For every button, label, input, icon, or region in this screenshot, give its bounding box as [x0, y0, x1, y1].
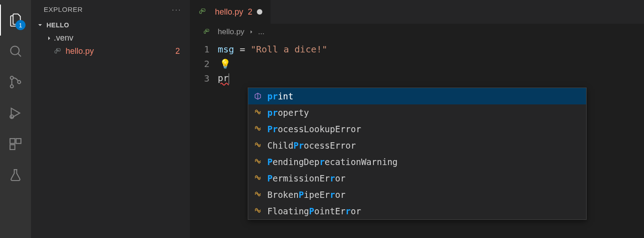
token-operator: =: [234, 44, 250, 55]
breadcrumb-file: hello.py: [218, 27, 245, 36]
sidebar-folder-section: HELLO .venv hello.py 2: [31, 17, 190, 58]
suggest-item[interactable]: FloatingPointError: [248, 203, 586, 219]
class-icon: [253, 174, 263, 182]
suggest-item[interactable]: print: [248, 88, 586, 104]
error-count: 2: [175, 47, 182, 56]
line-number: 1: [190, 44, 218, 55]
svg-point-0: [10, 46, 19, 55]
tree-item-venv[interactable]: .venv: [31, 31, 190, 45]
svg-point-2: [10, 85, 14, 88]
line-content: pr: [218, 72, 229, 84]
tree-item-label: hello.py: [66, 47, 175, 56]
svg-point-3: [18, 81, 21, 84]
suggest-label: property: [267, 108, 309, 118]
python-file-icon: [199, 8, 207, 16]
suggest-label: BrokenPipeError: [267, 190, 346, 200]
tree-item-label: .venv: [54, 33, 182, 43]
tab-hello-py[interactable]: hello.py 2: [190, 0, 271, 24]
class-icon: [253, 158, 263, 166]
run-debug-icon: [8, 106, 23, 120]
class-icon: [253, 191, 263, 199]
source-control-icon: [8, 75, 23, 89]
suggest-label: PermissionError: [267, 173, 346, 183]
line-content: msg = "Roll a dice!": [218, 44, 327, 55]
suggest-item[interactable]: ChildProcessError: [248, 137, 586, 154]
extensions-icon: [8, 137, 23, 151]
token-error: pr: [218, 72, 229, 83]
beaker-icon: [8, 168, 23, 182]
activity-testing[interactable]: [0, 160, 31, 191]
folder-header[interactable]: HELLO: [31, 19, 190, 31]
activity-bar: 1: [0, 0, 31, 238]
suggest-label: ProcessLookupError: [267, 124, 361, 134]
suggest-item[interactable]: property: [248, 104, 586, 121]
explorer-badge: 1: [15, 20, 26, 30]
class-icon: [253, 125, 263, 133]
line-content: 💡: [218, 58, 231, 69]
activity-search[interactable]: [0, 36, 31, 67]
intellisense-popup[interactable]: printpropertyProcessLookupErrorChildProc…: [248, 88, 587, 220]
chevron-down-icon: [36, 21, 44, 29]
chevron-right-icon: [46, 35, 54, 42]
suggest-label: print: [267, 91, 293, 101]
search-icon: [8, 44, 23, 58]
tree-item-hello-py[interactable]: hello.py 2: [31, 45, 190, 58]
activity-run-debug[interactable]: [0, 98, 31, 129]
token-string: "Roll a dice!": [250, 44, 327, 55]
breadcrumbs[interactable]: hello.py ...: [190, 24, 644, 40]
text-cursor: [229, 73, 229, 84]
class-icon: [253, 109, 263, 117]
svg-point-8: [56, 49, 57, 49]
suggest-label: PendingDeprecationWarning: [267, 157, 398, 167]
svg-rect-7: [10, 145, 15, 150]
method-icon: [253, 92, 263, 100]
sidebar-header: EXPLORER ···: [31, 0, 190, 17]
class-icon: [253, 141, 263, 150]
activity-extensions[interactable]: [0, 129, 31, 160]
code-line[interactable]: 3 pr: [190, 71, 644, 86]
svg-point-1: [10, 76, 14, 79]
token-variable: msg: [218, 44, 234, 55]
svg-rect-6: [16, 139, 21, 144]
sidebar: EXPLORER ··· HELLO .venv hello.py: [31, 0, 190, 238]
folder-name: HELLO: [46, 21, 69, 29]
suggest-item[interactable]: PermissionError: [248, 170, 586, 186]
editor-area: hello.py 2 hello.py ... 1 msg = "Roll a …: [190, 0, 644, 238]
breadcrumb-rest: ...: [258, 27, 265, 36]
suggest-item[interactable]: BrokenPipeError: [248, 186, 586, 203]
suggest-label: ChildProcessError: [267, 140, 356, 150]
code-line[interactable]: 2 💡: [190, 57, 644, 71]
svg-rect-5: [10, 139, 15, 144]
dirty-indicator-icon: [257, 9, 262, 15]
code-line[interactable]: 1 msg = "Roll a dice!": [190, 42, 644, 57]
suggest-item[interactable]: PendingDeprecationWarning: [248, 154, 586, 170]
code-editor[interactable]: 1 msg = "Roll a dice!" 2 💡 3 pr printpro…: [190, 40, 644, 238]
suggest-label: FloatingPointError: [267, 206, 361, 216]
sidebar-title: EXPLORER: [44, 5, 83, 13]
sidebar-more-button[interactable]: ···: [172, 5, 182, 13]
tab-error-count: 2: [248, 7, 252, 17]
line-number: 3: [190, 73, 218, 84]
class-icon: [253, 207, 263, 215]
suggest-item[interactable]: ProcessLookupError: [248, 121, 586, 137]
tab-bar: hello.py 2: [190, 0, 644, 24]
lightbulb-icon[interactable]: 💡: [218, 58, 231, 69]
line-number: 2: [190, 58, 218, 69]
activity-explorer[interactable]: 1: [0, 5, 31, 36]
python-file-icon: [54, 47, 62, 56]
python-file-icon: [203, 28, 210, 36]
chevron-right-icon: [248, 29, 255, 35]
activity-source-control[interactable]: [0, 67, 31, 98]
tab-label: hello.py: [215, 7, 243, 17]
